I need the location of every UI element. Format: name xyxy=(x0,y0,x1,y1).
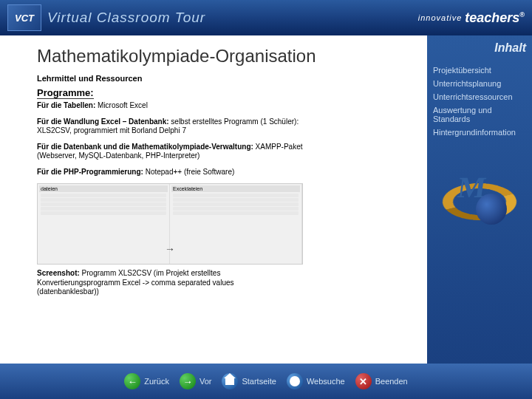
sidebar-item-projektuebersicht[interactable]: Projektübersicht xyxy=(433,64,526,77)
sidebar-item-hintergrund[interactable]: Hintergrundinformation xyxy=(433,126,526,139)
forward-label: Vor xyxy=(200,377,212,386)
sidebar-item-unterrichtsplanung[interactable]: Unterrichtsplanung xyxy=(433,77,526,90)
websearch-label: Websuche xyxy=(307,377,345,386)
home-label: Startseite xyxy=(242,377,276,386)
globe-icon xyxy=(287,373,303,389)
arrow-icon: → xyxy=(165,243,175,255)
screenshot-left-label: dateien xyxy=(39,185,168,192)
sidebar: Inhalt Projektübersicht Unterrichtsplanu… xyxy=(427,35,532,364)
sidebar-item-unterrichtsressourcen[interactable]: Unterrichtsressourcen xyxy=(433,90,526,103)
back-button[interactable]: ← Zurück xyxy=(124,373,169,389)
header-brand: innovative teachers® xyxy=(418,10,525,26)
teachers-text: teachers® xyxy=(465,10,525,26)
mo-logo: M xyxy=(439,161,520,242)
innovative-text: innovative xyxy=(418,13,463,22)
para-datenbank: Für die Datenbank und die Mathematikolym… xyxy=(37,143,303,161)
websearch-button[interactable]: Websuche xyxy=(287,373,345,389)
main-content: Mathematikolympiade-Organisation Lehrmit… xyxy=(0,35,427,364)
arrow-left-icon: ← xyxy=(124,373,140,389)
back-label: Zurück xyxy=(144,377,169,386)
home-icon xyxy=(222,373,238,389)
para-wandlung: Für die Wandlung Excel – Datenbank: selb… xyxy=(37,117,303,136)
screenshot-right-label: Exceldateien xyxy=(171,185,300,192)
header-bar: VCT Virtual Classroom Tour innovative te… xyxy=(0,0,532,35)
para-tabellen: Für die Tabellen: Microsoft Excel xyxy=(37,101,303,111)
sidebar-title: Inhalt xyxy=(433,41,526,55)
page-title: Mathematikolympiade-Organisation xyxy=(37,46,420,66)
subheading-programme: Programme: xyxy=(37,87,94,99)
para-php: Für die PHP-Programmierung: Notepad++ (f… xyxy=(37,168,303,177)
exit-button[interactable]: ✕ Beenden xyxy=(355,373,408,389)
screenshot-caption: Screenshot: Programm XLS2CSV (im Projekt… xyxy=(37,269,288,297)
exit-label: Beenden xyxy=(375,377,408,386)
arrow-right-icon: → xyxy=(180,373,196,389)
close-icon: ✕ xyxy=(355,373,372,389)
footer-nav: ← Zurück → Vor Startseite Websuche ✕ Bee… xyxy=(0,364,532,399)
forward-button[interactable]: → Vor xyxy=(180,373,212,389)
header-title: Virtual Classroom Tour xyxy=(47,10,205,26)
home-button[interactable]: Startseite xyxy=(222,373,276,389)
section-heading: Lehrmittel und Ressourcen xyxy=(37,74,420,83)
sidebar-item-auswertung[interactable]: Auswertung und Standards xyxy=(433,103,526,126)
embedded-screenshot: dateien Exceldateien → xyxy=(37,183,303,265)
vct-logo: VCT xyxy=(7,4,41,31)
